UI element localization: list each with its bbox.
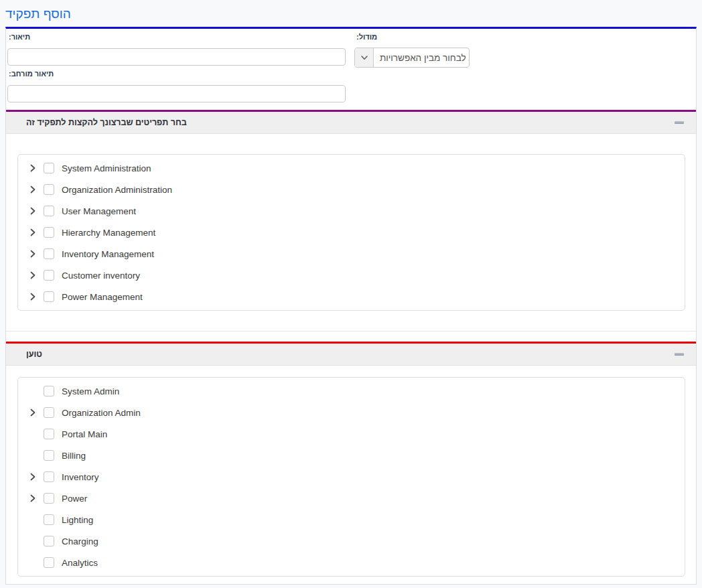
chevron-right-icon[interactable] [28, 206, 38, 216]
tree-row: Organization Administration [18, 179, 685, 200]
chevron-right-icon[interactable] [28, 494, 38, 503]
checkbox[interactable] [44, 270, 54, 281]
chevron-down-icon [355, 48, 374, 67]
section-loading-body: System AdminOrganization AdminPortal Mai… [6, 366, 696, 584]
tree-item-label: Inventory [62, 472, 99, 482]
tree-row: Inventory [18, 466, 685, 488]
tree-row: Hierarchy Management [18, 222, 685, 243]
tree-row: Inventory Management [18, 243, 685, 265]
tree-item-label: System Administration [62, 163, 151, 173]
checkbox[interactable] [44, 184, 54, 195]
section-menus-header[interactable]: בחר תפריטים שברצונך להקצות לתפקיד זה [6, 112, 696, 134]
page-header: הוסף תפקיד [0, 0, 702, 27]
checkbox[interactable] [44, 206, 54, 216]
chevron-right-icon[interactable] [28, 185, 38, 194]
chevron-right-icon[interactable] [28, 249, 38, 259]
tree-row: System Admin [18, 380, 685, 402]
chevron-right-icon[interactable] [28, 271, 38, 280]
chevron-right-icon[interactable] [28, 292, 38, 301]
description-input[interactable] [7, 48, 346, 66]
menus-tree: System AdministrationOrganization Admini… [17, 154, 685, 311]
tree-item-label: User Management [62, 206, 136, 216]
module-select[interactable]: נא לבחור מבין האפשרויות [354, 48, 470, 68]
loading-tree: System AdminOrganization AdminPortal Mai… [17, 377, 685, 577]
tree-item-label: Hierarchy Management [62, 228, 155, 238]
module-select-value: נא לבחור מבין האפשרויות [374, 48, 470, 67]
chevron-right-icon[interactable] [28, 408, 38, 417]
checkbox[interactable] [44, 536, 54, 546]
checkbox[interactable] [44, 471, 54, 482]
tree-item-label: Customer inventory [62, 271, 140, 281]
tree-item-label: Power Management [62, 292, 143, 302]
section-loading-header[interactable]: טוען [6, 344, 696, 366]
section-title: טוען [26, 350, 42, 359]
tree-item-label: Organization Admin [62, 408, 141, 418]
main-panel: תיאור: מודול: נא לבחור מבין האפשרויות תי… [5, 27, 697, 585]
checkbox[interactable] [44, 493, 54, 504]
module-label: מודול: [356, 33, 377, 41]
tree-row: Billing [18, 445, 685, 466]
tree-row: Customer inventory [18, 265, 685, 286]
chevron-right-icon[interactable] [28, 228, 38, 237]
tree-row: System Administration [18, 157, 685, 179]
chevron-right-icon[interactable] [28, 163, 38, 173]
description-label: תיאור: [9, 33, 30, 41]
checkbox[interactable] [44, 248, 54, 259]
extended-description-label: תיאור מורחב: [9, 70, 54, 78]
section-loading: טוען System AdminOrganization AdminPorta… [6, 342, 696, 584]
checkbox[interactable] [44, 163, 54, 173]
tree-item-label: Power [62, 494, 87, 504]
checkbox[interactable] [44, 407, 54, 418]
collapse-minus-icon[interactable] [675, 353, 684, 356]
tree-row: Analytics [18, 552, 685, 573]
tree-item-label: Portal Main [62, 429, 107, 439]
checkbox[interactable] [44, 514, 54, 525]
page-title: הוסף תפקיד [5, 7, 71, 21]
tree-row: Power [18, 488, 685, 509]
tree-row: Charging [18, 530, 685, 552]
tree-row: Power Management [18, 286, 685, 307]
tree-item-label: System Admin [62, 386, 119, 396]
extended-description-input[interactable] [7, 85, 346, 102]
tree-row: User Management [18, 200, 685, 222]
tree-item-label: Organization Administration [62, 185, 172, 195]
tree-item-label: Lighting [62, 515, 93, 525]
tree-item-label: Analytics [62, 558, 98, 568]
checkbox[interactable] [44, 450, 54, 461]
checkbox[interactable] [44, 429, 54, 439]
tree-row: Organization Admin [18, 402, 685, 423]
tree-item-label: Inventory Management [62, 249, 154, 259]
section-title: בחר תפריטים שברצונך להקצות לתפקיד זה [26, 118, 187, 127]
collapse-minus-icon[interactable] [675, 121, 684, 124]
checkbox[interactable] [44, 386, 54, 396]
tree-row: Lighting [18, 509, 685, 530]
section-menus: בחר תפריטים שברצונך להקצות לתפקיד זה Sys… [6, 110, 696, 332]
role-form: תיאור: מודול: נא לבחור מבין האפשרויות תי… [6, 29, 696, 110]
checkbox[interactable] [44, 227, 54, 238]
checkbox[interactable] [44, 557, 54, 568]
tree-item-label: Billing [62, 451, 86, 461]
section-menus-body: System AdministrationOrganization Admini… [6, 134, 696, 332]
tree-item-label: Charging [62, 536, 98, 546]
tree-row: Portal Main [18, 423, 685, 445]
chevron-right-icon[interactable] [28, 472, 38, 482]
checkbox[interactable] [44, 291, 54, 302]
